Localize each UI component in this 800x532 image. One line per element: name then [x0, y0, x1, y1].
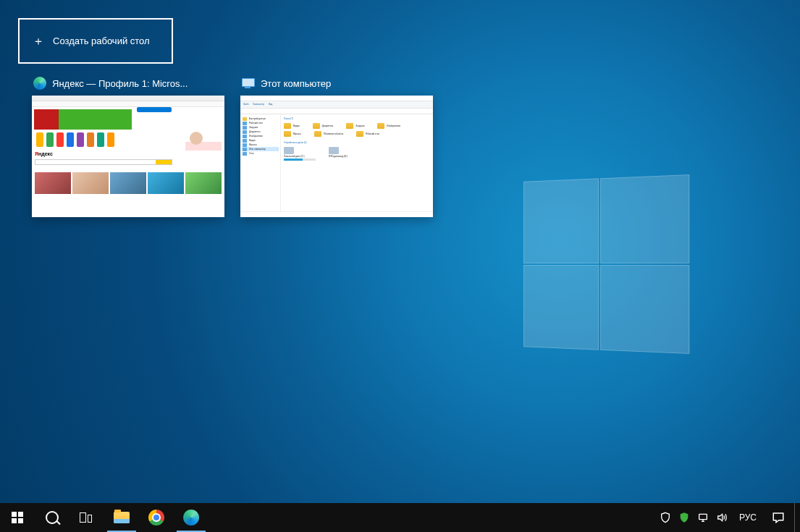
taskbar-app-explorer[interactable]	[104, 503, 139, 532]
start-button[interactable]	[0, 503, 35, 532]
taskbar-app-edge[interactable]	[174, 503, 209, 532]
taskbar-app-chrome[interactable]	[139, 503, 174, 532]
language-indicator[interactable]: РУС	[733, 512, 762, 523]
search-icon	[46, 511, 59, 524]
taskview-icon	[80, 512, 94, 523]
show-desktop-button[interactable]	[794, 503, 799, 532]
windows-icon	[12, 512, 23, 523]
svg-rect-0	[699, 514, 707, 519]
plus-icon: ＋	[33, 35, 44, 47]
window-thumb-title: Яндекс — Профиль 1: Micros...	[52, 78, 188, 89]
task-view-overlay: ＋ Создать рабочий стол Яндекс — Профиль …	[0, 0, 800, 532]
network-icon	[697, 512, 709, 523]
taskview-button[interactable]	[70, 503, 104, 532]
window-thumb-title: Этот компьютер	[261, 78, 331, 89]
edge-icon	[183, 510, 199, 525]
taskbar-left	[0, 503, 209, 532]
task-view-windows: Яндекс — Профиль 1: Micros... Яндекс Это…	[32, 75, 433, 217]
security-icon	[660, 512, 671, 523]
edge-icon	[33, 77, 46, 90]
pc-icon	[242, 77, 255, 90]
window-thumb-header: Этот компьютер	[240, 75, 433, 91]
taskbar: РУС	[0, 503, 800, 532]
notifications-icon	[772, 511, 785, 524]
taskbar-right: РУС	[654, 503, 800, 532]
window-thumb-edge[interactable]: Яндекс — Профиль 1: Micros... Яндекс	[32, 75, 224, 217]
system-tray[interactable]	[654, 512, 733, 523]
new-desktop-button[interactable]: ＋ Создать рабочий стол	[18, 18, 173, 64]
volume-icon	[716, 512, 728, 523]
chrome-icon	[148, 510, 164, 525]
window-thumb-explorer[interactable]: Этот компьютер Файл Компьютер Вид Быстры…	[240, 75, 433, 217]
new-desktop-label: Создать рабочий стол	[53, 35, 150, 46]
window-thumb-header: Яндекс — Профиль 1: Micros...	[32, 75, 224, 91]
security-green-icon	[678, 512, 690, 523]
action-center-button[interactable]	[762, 503, 794, 532]
file-explorer-icon	[114, 512, 130, 523]
search-button[interactable]	[35, 503, 70, 532]
window-thumb-preview: Файл Компьютер Вид Быстрый доступ Рабочи…	[240, 96, 433, 217]
window-thumb-preview: Яндекс	[32, 96, 224, 217]
windows-logo	[523, 174, 691, 354]
